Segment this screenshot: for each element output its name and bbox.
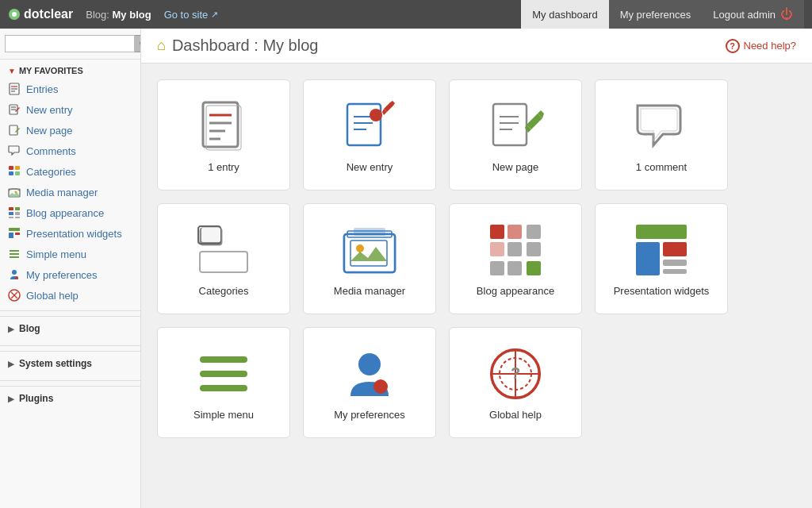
svg-rect-61	[490, 242, 504, 256]
card-entries-icon	[195, 98, 252, 155]
my-dashboard-button[interactable]: My dashboard	[521, 0, 608, 29]
goto-site-link[interactable]: Go to site ↗	[164, 9, 219, 21]
presentation-widgets-label: Presentation widgets	[26, 228, 122, 240]
blog-appearance-label: Blog appearance	[26, 207, 104, 219]
sidebar-divider-2	[0, 345, 140, 346]
search-bar: Ok	[0, 29, 140, 60]
svg-rect-67	[636, 225, 687, 239]
svg-rect-64	[490, 261, 504, 275]
sidebar-item-new-entry[interactable]: New entry	[0, 99, 140, 120]
sidebar-item-entries[interactable]: Entries	[0, 79, 140, 99]
card-media-manager[interactable]: Media manager	[303, 203, 436, 314]
svg-rect-70	[663, 260, 687, 266]
card-entries-label: 1 entry	[208, 161, 239, 173]
search-button[interactable]: Ok	[135, 35, 141, 52]
card-simple-menu[interactable]: Simple menu	[157, 327, 290, 438]
svg-rect-22	[9, 228, 20, 231]
svg-point-29	[15, 276, 18, 279]
sidebar-item-blog-appearance[interactable]: Blog appearance	[0, 202, 140, 223]
entries-label: Entries	[26, 83, 58, 95]
presentation-widgets-icon	[8, 227, 21, 240]
sidebar-collapse-button[interactable]: ‹	[140, 252, 141, 284]
card-global-help-label: Global help	[489, 409, 542, 421]
section-arrow-icon: ▼	[8, 67, 16, 75]
card-entries[interactable]: 1 entry	[157, 79, 290, 190]
goto-site-label: Go to site	[164, 9, 209, 21]
sidebar-item-my-preferences[interactable]: My preferences	[0, 264, 140, 285]
home-icon: ⌂	[157, 37, 166, 54]
svg-rect-23	[9, 233, 13, 238]
sidebar-item-simple-menu[interactable]: Simple menu	[0, 244, 140, 264]
my-preferences-button[interactable]: My preferences	[609, 0, 703, 29]
card-global-help[interactable]: ? Global help	[449, 327, 582, 438]
svg-point-43	[370, 109, 382, 121]
card-simple-menu-icon	[195, 345, 252, 402]
system-settings-label: System settings	[19, 358, 92, 369]
power-icon: ⏻	[780, 7, 793, 21]
sidebar-divider-1	[0, 310, 140, 311]
card-presentation-widgets-label: Presentation widgets	[614, 285, 710, 297]
my-preferences-label: My preferences	[26, 269, 98, 281]
search-input[interactable]	[5, 35, 135, 52]
sidebar-divider-3	[0, 380, 140, 381]
logout-button[interactable]: Logout admin ⏻	[702, 0, 804, 29]
card-comments[interactable]: 1 comment	[595, 79, 728, 190]
page-title: Dashboard : My blog	[172, 37, 319, 55]
svg-point-76	[373, 379, 388, 394]
sidebar-item-categories[interactable]: Categories	[0, 161, 140, 182]
media-manager-label: Media manager	[26, 187, 98, 198]
card-new-page[interactable]: New page	[449, 79, 582, 190]
new-page-label: New page	[26, 125, 73, 137]
card-comments-icon	[633, 98, 690, 155]
categories-label: Categories	[26, 166, 76, 178]
card-new-page-label: New page	[492, 161, 539, 173]
svg-rect-18	[9, 212, 13, 215]
svg-rect-59	[508, 225, 522, 239]
svg-rect-44	[493, 104, 527, 145]
sidebar-system-settings-section[interactable]: ▶ System settings	[0, 351, 140, 375]
card-blog-appearance[interactable]: Blog appearance	[449, 203, 582, 314]
system-settings-arrow-icon: ▶	[8, 360, 14, 368]
card-categories-icon	[195, 221, 252, 279]
logout-label: Logout admin	[713, 9, 776, 21]
svg-point-55	[356, 244, 364, 252]
card-categories[interactable]: Categories	[157, 203, 290, 314]
svg-rect-68	[636, 242, 660, 275]
svg-rect-20	[9, 217, 13, 218]
card-simple-menu-label: Simple menu	[193, 409, 254, 421]
topbar: dotclear Blog: My blog Go to site ↗ My d…	[0, 0, 812, 29]
new-entry-icon	[8, 103, 21, 116]
svg-rect-24	[15, 233, 20, 235]
sidebar-item-presentation-widgets[interactable]: Presentation widgets	[0, 223, 140, 244]
sidebar-plugins-section[interactable]: ▶ Plugins	[0, 386, 140, 410]
main-layout: Ok ‹ ▼ My favorites Entries	[0, 29, 812, 508]
blog-prefix: Blog:	[86, 9, 109, 21]
my-favorites-title: My favorites	[19, 66, 83, 75]
card-presentation-widgets[interactable]: Presentation widgets	[595, 203, 728, 314]
page-title-area: ⌂ Dashboard : My blog	[157, 37, 318, 55]
sidebar-blog-section[interactable]: ▶ Blog	[0, 316, 140, 341]
content-area: ⌂ Dashboard : My blog ? Need help?	[141, 29, 812, 508]
sidebar-item-comments[interactable]: Comments	[0, 140, 140, 161]
logo: dotclear	[8, 7, 73, 21]
card-new-entry[interactable]: New entry	[303, 79, 436, 190]
sidebar-item-media-manager[interactable]: Media manager	[0, 182, 140, 202]
topbar-right: My dashboard My preferences Logout admin…	[521, 0, 804, 29]
sidebar-item-global-help[interactable]: Global help	[0, 285, 140, 306]
global-help-icon	[8, 289, 21, 302]
sidebar-item-new-page[interactable]: New page	[0, 120, 140, 140]
card-my-preferences[interactable]: My preferences	[303, 327, 436, 438]
comments-label: Comments	[26, 145, 76, 157]
card-global-help-icon: ?	[487, 345, 544, 402]
svg-rect-9	[10, 125, 17, 135]
card-media-manager-icon	[341, 221, 398, 279]
svg-rect-34	[206, 106, 241, 150]
simple-menu-icon	[8, 248, 21, 260]
svg-rect-58	[490, 225, 504, 239]
global-help-label: Global help	[26, 290, 79, 302]
card-media-manager-label: Media manager	[334, 285, 405, 297]
svg-rect-66	[527, 261, 541, 275]
blog-section-label: Blog	[19, 323, 40, 334]
card-new-entry-label: New entry	[347, 161, 393, 173]
need-help-link[interactable]: ? Need help?	[726, 39, 797, 53]
